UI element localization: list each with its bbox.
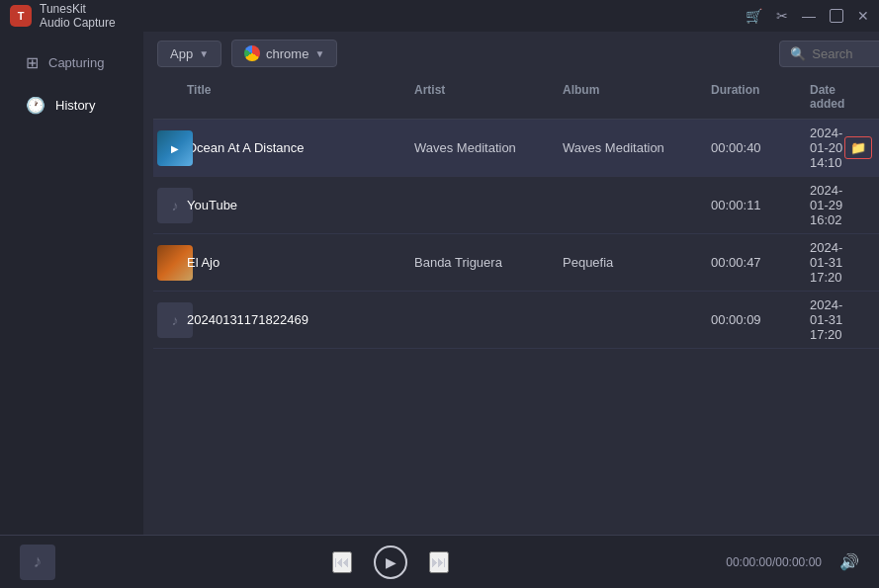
row-duration-2: 00:00:11 bbox=[711, 198, 810, 212]
volume-icon[interactable]: 🔊 bbox=[839, 552, 859, 571]
toolbar: App ▼ chrome ▼ 🔍 🛍 bbox=[143, 32, 879, 75]
maximize-box bbox=[830, 9, 843, 23]
row-duration-4: 00:00:09 bbox=[711, 312, 810, 327]
player-bar: ♪ ⏮ ▶ ⏭ 00:00:00/00:00:00 🔊 bbox=[0, 535, 879, 588]
title-bar: T TunesKit Audio Capture 🛒 ✂ — ✕ bbox=[0, 0, 879, 32]
scissors-icon[interactable]: ✂ bbox=[776, 8, 788, 24]
search-icon: 🔍 bbox=[790, 46, 806, 61]
track-thumbnail-ocean bbox=[157, 130, 193, 166]
track-name-4: 20240131171822469 bbox=[187, 312, 308, 327]
row-thumb-3 bbox=[157, 245, 187, 281]
table-row[interactable]: ♪ 20240131171822469 00:00:09 2024-01-31 … bbox=[153, 292, 879, 349]
sidebar-label-history: History bbox=[55, 98, 95, 113]
chrome-dropdown[interactable]: chrome ▼ bbox=[231, 40, 337, 67]
row-album-3: Pequefia bbox=[563, 255, 711, 270]
history-icon: 🕐 bbox=[26, 96, 45, 115]
music-note-icon: ♪ bbox=[172, 198, 179, 213]
header-thumb bbox=[157, 83, 187, 111]
minimize-icon[interactable]: — bbox=[802, 8, 816, 24]
row-date-2: 2024-01-29 16:02 bbox=[810, 183, 844, 227]
table-row[interactable]: Ocean At A Distance Waves Meditation Wav… bbox=[153, 120, 879, 177]
chrome-dropdown-arrow: ▼ bbox=[314, 48, 324, 59]
sidebar: ⊞ Capturing 🕐 History bbox=[0, 32, 143, 535]
play-icon: ▶ bbox=[386, 554, 396, 570]
search-input[interactable] bbox=[812, 46, 879, 61]
app-dropdown-arrow: ▼ bbox=[199, 48, 209, 59]
title-bar-right: 🛒 ✂ — ✕ bbox=[746, 8, 869, 24]
row-title-cell-1: Ocean At A Distance bbox=[187, 140, 414, 155]
cart-icon[interactable]: 🛒 bbox=[746, 8, 762, 24]
row-actions-1: 📁 🗑 bbox=[844, 136, 879, 159]
track-name-2: YouTube bbox=[187, 198, 237, 212]
header-title: Title bbox=[187, 83, 414, 111]
header-actions bbox=[844, 83, 879, 111]
row-title-cell-2: YouTube bbox=[187, 198, 414, 212]
chrome-dropdown-label: chrome bbox=[266, 46, 308, 61]
track-name-1: Ocean At A Distance bbox=[187, 140, 305, 155]
capturing-icon: ⊞ bbox=[26, 53, 39, 72]
row-date-4: 2024-01-31 17:20 bbox=[810, 297, 844, 342]
row-thumb-2: ♪ bbox=[157, 188, 187, 223]
header-date-added: Date added bbox=[810, 83, 844, 111]
row-thumb-1 bbox=[157, 130, 187, 166]
header-album: Album bbox=[563, 83, 711, 111]
player-music-icon: ♪ bbox=[34, 551, 43, 572]
row-date-3: 2024-01-31 17:20 bbox=[810, 240, 844, 285]
folder-button-1[interactable]: 📁 bbox=[844, 136, 872, 159]
player-controls: ⏮ ▶ ⏭ bbox=[332, 546, 449, 579]
track-name-3: El Ajo bbox=[187, 255, 220, 270]
time-display: 00:00:00/00:00:00 bbox=[726, 555, 822, 569]
table-container: Title Artist Album Duration Date added O… bbox=[143, 75, 879, 535]
table-row[interactable]: El Ajo Banda Triguera Pequefia 00:00:47 … bbox=[153, 234, 879, 292]
table-row[interactable]: ♪ YouTube 00:00:11 2024-01-29 16:02 bbox=[153, 177, 879, 234]
main-layout: ⊞ Capturing 🕐 History App ▼ chrome ▼ 🔍 bbox=[0, 32, 879, 535]
app-dropdown-label: App bbox=[170, 46, 193, 61]
play-button[interactable]: ▶ bbox=[374, 546, 407, 579]
row-duration-3: 00:00:47 bbox=[711, 255, 810, 270]
music-note-icon-2: ♪ bbox=[172, 312, 179, 328]
row-duration-1: 00:00:40 bbox=[711, 140, 810, 155]
app-dropdown[interactable]: App ▼ bbox=[157, 41, 221, 67]
row-date-1: 2024-01-20 14:10 bbox=[810, 126, 844, 170]
content-area: App ▼ chrome ▼ 🔍 🛍 Title Artist Album Du… bbox=[143, 32, 879, 535]
header-artist: Artist bbox=[414, 83, 563, 111]
app-logo: T bbox=[10, 5, 32, 27]
prev-button[interactable]: ⏮ bbox=[332, 551, 352, 573]
next-button[interactable]: ⏭ bbox=[429, 551, 449, 573]
sidebar-label-capturing: Capturing bbox=[48, 55, 104, 70]
header-duration: Duration bbox=[711, 83, 810, 111]
app-name: TunesKit Audio Capture bbox=[40, 2, 116, 31]
title-bar-left: T TunesKit Audio Capture bbox=[10, 2, 116, 31]
search-box: 🔍 bbox=[779, 41, 879, 67]
table-header: Title Artist Album Duration Date added bbox=[153, 75, 879, 120]
close-button[interactable]: ✕ bbox=[857, 8, 869, 24]
sidebar-item-history[interactable]: 🕐 History bbox=[8, 86, 135, 125]
row-title-cell-3: El Ajo bbox=[187, 255, 414, 270]
row-album-1: Waves Meditation bbox=[563, 140, 711, 155]
row-title-cell-4: 20240131171822469 bbox=[187, 312, 414, 327]
row-thumb-4: ♪ bbox=[157, 302, 187, 338]
sidebar-item-capturing[interactable]: ⊞ Capturing bbox=[8, 43, 135, 82]
player-thumbnail: ♪ bbox=[20, 545, 55, 580]
maximize-button[interactable] bbox=[830, 9, 843, 23]
row-artist-1: Waves Meditation bbox=[414, 140, 563, 155]
chrome-icon bbox=[244, 45, 260, 61]
row-artist-3: Banda Triguera bbox=[414, 255, 563, 270]
